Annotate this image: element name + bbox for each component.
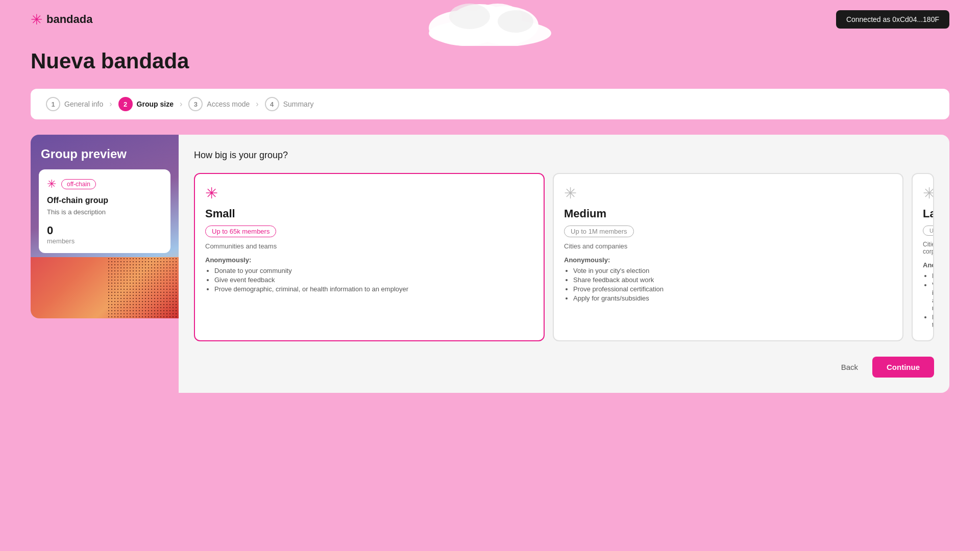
cloud-decoration xyxy=(413,0,567,51)
medium-card-name: Medium xyxy=(564,207,892,220)
group-preview-card: ✳ off-chain Off-chain group This is a de… xyxy=(39,169,170,253)
medium-card-desc: Cities and companies xyxy=(564,242,892,250)
small-card-name: Small xyxy=(205,207,533,220)
step-4-number: 4 xyxy=(265,97,279,111)
step-4[interactable]: 4 Summary xyxy=(265,97,314,111)
bandada-logo-icon: ✳ xyxy=(31,11,42,28)
list-item: Share feedback about work xyxy=(573,276,892,284)
back-button[interactable]: Back xyxy=(833,357,866,378)
large-members-badge: Up to 33M m... xyxy=(923,226,934,236)
header: ✳ bandada Connected as 0xCd04...180F xyxy=(0,0,980,39)
list-item: Prove professional certification xyxy=(573,285,892,293)
step-arrow-3: › xyxy=(256,99,258,109)
card-logo-icon: ✳ xyxy=(47,178,56,191)
step-2-label: Group size xyxy=(137,100,174,108)
size-card-small[interactable]: ✳ Small Up to 65k members Communities an… xyxy=(194,173,545,341)
preview-dots-pattern xyxy=(107,257,179,318)
action-buttons: Back Continue xyxy=(194,357,934,378)
question-title: How big is your group? xyxy=(194,150,934,161)
large-card-list: Participate... Vote in a n... Donate to.… xyxy=(923,272,932,329)
step-1-number: 1 xyxy=(46,97,60,111)
stepper: 1 General info › 2 Group size › 3 Access… xyxy=(31,89,949,119)
card-header: ✳ off-chain xyxy=(47,178,162,191)
step-4-label: Summary xyxy=(283,100,314,108)
connect-button[interactable]: Connected as 0xCd04...180F xyxy=(836,10,949,29)
list-item: Prove demographic, criminal, or health i… xyxy=(214,285,533,293)
main-content: Group preview ✳ off-chain Off-chain grou… xyxy=(31,135,949,393)
step-3-number: 3 xyxy=(188,97,203,111)
logo: ✳ bandada xyxy=(31,11,92,28)
svg-point-5 xyxy=(449,4,490,29)
list-item: Apply for grants/subsidies xyxy=(573,294,892,302)
small-card-icon: ✳ xyxy=(205,184,533,202)
small-members-badge: Up to 65k members xyxy=(205,226,276,237)
medium-card-icon: ✳ xyxy=(564,184,892,202)
step-3[interactable]: 3 Access mode xyxy=(188,97,250,111)
card-description: This is a description xyxy=(47,208,162,216)
step-2[interactable]: 2 Group size xyxy=(118,97,174,111)
medium-members-badge: Up to 1M members xyxy=(564,226,634,237)
card-members-label: members xyxy=(47,237,162,245)
step-2-number: 2 xyxy=(118,97,133,111)
small-anon-label: Anonymously: xyxy=(205,256,533,264)
off-chain-badge: off-chain xyxy=(61,179,96,189)
step-arrow-2: › xyxy=(180,99,182,109)
step-1[interactable]: 1 General info xyxy=(46,97,103,111)
preview-bottom-art xyxy=(31,257,179,318)
list-item: Vote in your city's election xyxy=(573,267,892,274)
list-item: Give event feedback xyxy=(214,276,533,284)
card-members-count: 0 xyxy=(47,224,162,237)
size-card-medium[interactable]: ✳ Medium Up to 1M members Cities and com… xyxy=(553,173,903,341)
list-item: Donate to your community xyxy=(214,267,533,274)
card-group-name: Off-chain group xyxy=(47,196,162,205)
size-card-large[interactable]: ✳ Large Up to 33M m... Cities, corpo... … xyxy=(912,173,934,341)
medium-card-list: Vote in your city's election Share feedb… xyxy=(564,267,892,302)
step-3-label: Access mode xyxy=(207,100,250,108)
step-1-label: General info xyxy=(64,100,103,108)
group-preview-panel: Group preview ✳ off-chain Off-chain grou… xyxy=(31,135,179,318)
right-panel: How big is your group? ✳ Small Up to 65k… xyxy=(179,135,949,393)
continue-button[interactable]: Continue xyxy=(872,357,934,378)
size-cards: ✳ Small Up to 65k members Communities an… xyxy=(194,173,934,341)
small-card-list: Donate to your community Give event feed… xyxy=(205,267,533,293)
small-card-desc: Communities and teams xyxy=(205,242,533,250)
svg-point-6 xyxy=(498,10,533,33)
group-preview-title: Group preview xyxy=(31,135,179,169)
logo-text: bandada xyxy=(46,13,92,26)
step-arrow-1: › xyxy=(109,99,112,109)
medium-anon-label: Anonymously: xyxy=(564,256,892,264)
